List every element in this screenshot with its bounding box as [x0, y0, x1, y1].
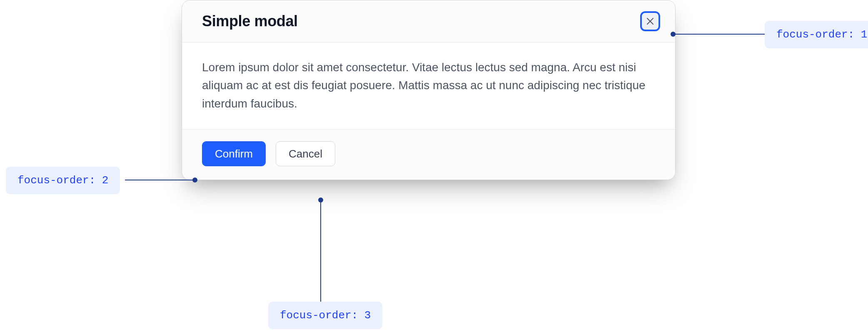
close-button[interactable] — [640, 11, 660, 31]
modal-body-text: Lorem ipsum dolor sit amet consectetur. … — [182, 42, 675, 130]
modal-footer: Confirm Cancel — [182, 130, 675, 180]
modal-dialog: Simple modal Lorem ipsum dolor sit amet … — [182, 0, 676, 180]
annotation-focus-order-1: focus-order: 1 — [765, 21, 868, 48]
modal-header: Simple modal — [182, 0, 675, 42]
diagram-canvas: Simple modal Lorem ipsum dolor sit amet … — [0, 0, 868, 335]
svg-point-7 — [318, 198, 323, 202]
modal-title: Simple modal — [202, 12, 298, 30]
annotation-focus-order-3: focus-order: 3 — [268, 302, 382, 329]
confirm-button[interactable]: Confirm — [202, 141, 266, 166]
cancel-button[interactable]: Cancel — [276, 141, 335, 166]
annotation-focus-order-2: focus-order: 2 — [6, 167, 120, 194]
close-icon — [645, 16, 655, 26]
